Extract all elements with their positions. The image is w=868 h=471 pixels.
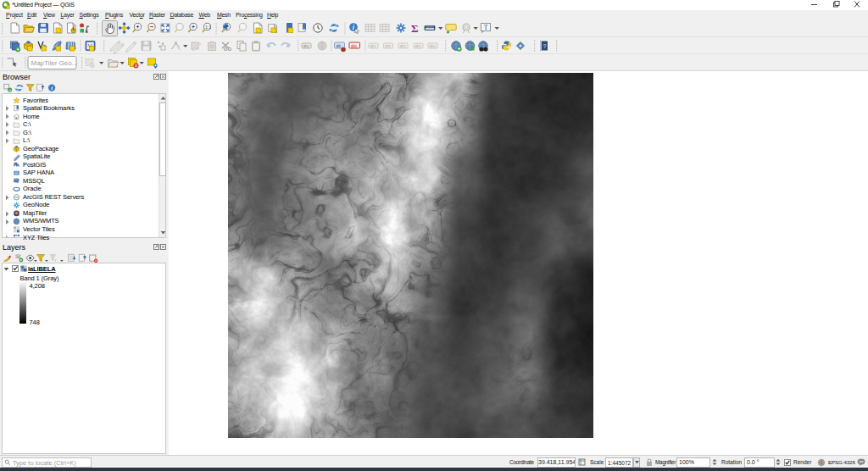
svg-text:ab: ab (337, 43, 342, 48)
svg-text:MapTiler Geo...: MapTiler Geo... (31, 59, 78, 67)
svg-text:abc: abc (351, 44, 358, 48)
